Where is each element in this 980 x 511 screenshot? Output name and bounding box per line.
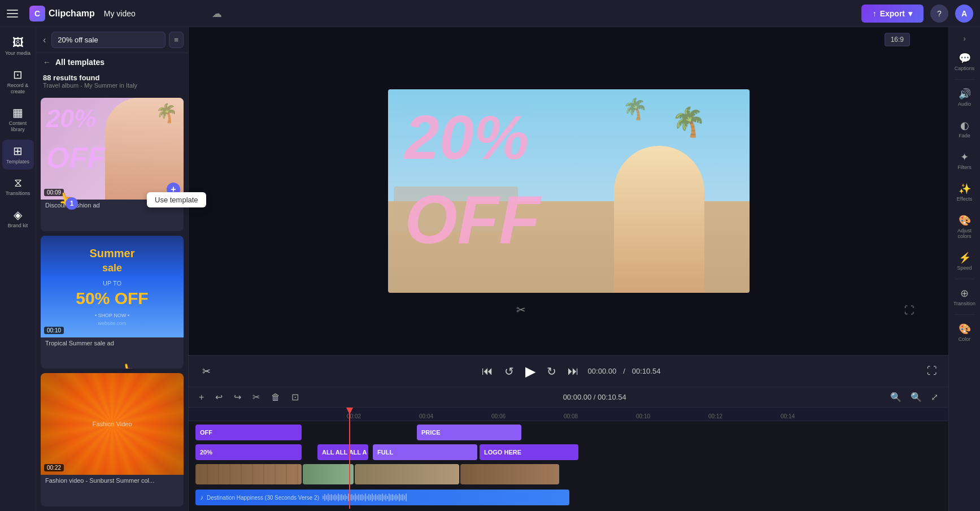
timeline-time-counter: 00:00.00 / 00:10.54 bbox=[563, 393, 626, 401]
video-clip-2[interactable] bbox=[303, 464, 354, 484]
template-thumb-tropical: Summer sale UP TO 50% OFF • SHOP NOW • w… bbox=[41, 236, 184, 337]
clip-full[interactable]: FULL bbox=[373, 444, 477, 460]
sidebar-item-templates[interactable]: ⊞ Templates bbox=[2, 140, 34, 170]
aspect-ratio-badge[interactable]: 16:9 bbox=[885, 34, 910, 44]
right-panel-collapse[interactable]: › bbox=[961, 32, 968, 45]
cursor-pointer-2: 👆 2 bbox=[120, 362, 138, 369]
duration-badge-3: 00:22 bbox=[44, 464, 64, 471]
redo-button[interactable]: ↪ bbox=[230, 390, 245, 404]
search-back-button[interactable]: ‹ bbox=[41, 33, 48, 47]
video-clip-3[interactable] bbox=[355, 464, 459, 484]
ruler-mark-014: 00:14 bbox=[781, 413, 853, 419]
help-button[interactable]: ? bbox=[930, 5, 948, 23]
skip-back-button[interactable]: ⏮ bbox=[480, 362, 495, 380]
export-dropdown-icon: ▾ bbox=[908, 9, 912, 18]
video-clip-4[interactable] bbox=[460, 464, 559, 484]
clip-allall-label: ALL ALL ALL A bbox=[322, 449, 367, 456]
template-card-tropical[interactable]: Summer sale UP TO 50% OFF • SHOP NOW • w… bbox=[41, 236, 184, 369]
sidebar-item-label-your-media: Your media bbox=[5, 50, 31, 57]
all-templates-label: All templates bbox=[55, 58, 104, 67]
skip-forward-button[interactable]: ⏭ bbox=[565, 362, 581, 380]
clip-price[interactable]: PRICE bbox=[417, 425, 521, 440]
audio-clip-1[interactable]: ♪ Destination Happiness (30 Seconds Vers… bbox=[195, 490, 569, 505]
fit-button[interactable]: ⤢ bbox=[927, 390, 942, 404]
sidebar-item-brand-kit[interactable]: ◈ Brand kit bbox=[2, 203, 34, 233]
zoom-in-button[interactable]: 🔍 bbox=[907, 390, 925, 404]
play-pause-button[interactable]: ▶ bbox=[523, 361, 538, 382]
clip-off[interactable]: OFF bbox=[195, 425, 302, 440]
template-label-2: Tropical Summer sale ad bbox=[41, 337, 184, 350]
templates-grid: 🌴 20% OFF 00:09 + Discount fashion ad 👆 … bbox=[36, 93, 188, 511]
effects-label: Effects bbox=[957, 196, 972, 202]
export-button[interactable]: ↑ Export ▾ bbox=[861, 5, 924, 23]
right-item-color[interactable]: 🎨 Color bbox=[950, 317, 979, 348]
results-count: 88 results found bbox=[43, 73, 181, 82]
text-track-row-1: OFF PRICE bbox=[193, 423, 948, 441]
panel-header: ← All templates bbox=[36, 53, 188, 71]
fullscreen-button[interactable]: ⛶ bbox=[927, 365, 937, 377]
add-media-button[interactable]: + bbox=[195, 391, 207, 404]
all-templates-back-button[interactable]: ← bbox=[43, 58, 51, 67]
templates-icon: ⊞ bbox=[13, 144, 23, 158]
right-panel-divider-1 bbox=[955, 79, 975, 80]
rewind-button[interactable]: ↺ bbox=[502, 362, 516, 380]
sidebar-item-label-content: Content library bbox=[5, 120, 32, 133]
video-clip-1[interactable] bbox=[195, 464, 302, 484]
canvas-palm: 🌴 bbox=[671, 106, 706, 138]
filter-button[interactable]: ≡ bbox=[169, 32, 184, 48]
crop-tool-button[interactable]: ✂ bbox=[200, 363, 213, 380]
sidebar-item-record-create[interactable]: ⊡ Record & create bbox=[2, 63, 34, 99]
clip-20[interactable]: 20% bbox=[195, 444, 302, 460]
undo-button[interactable]: ↩ bbox=[212, 390, 226, 404]
templates-panel: ‹ ≡ ← All templates 88 results found Tra… bbox=[36, 27, 189, 511]
canvas-fullscreen-button[interactable]: ⛶ bbox=[904, 305, 914, 317]
record-create-icon: ⊡ bbox=[13, 68, 23, 81]
ruler-mark-010: 00:10 bbox=[636, 413, 708, 419]
clip-allall[interactable]: ALL ALL ALL A bbox=[317, 444, 368, 460]
template-thumb-sunburst: Fashion Video 00:22 bbox=[41, 373, 184, 475]
track-clips-row-1: OFF PRICE bbox=[193, 425, 948, 440]
right-item-filters[interactable]: ✦ Filters bbox=[950, 145, 979, 176]
right-item-effects[interactable]: ✨ Effects bbox=[950, 177, 979, 207]
clip-price-label: PRICE bbox=[421, 429, 441, 436]
forward-button[interactable]: ↻ bbox=[545, 362, 559, 380]
right-item-adjust-colors[interactable]: 🎨 Adjust colors bbox=[950, 209, 979, 245]
sidebar-item-label-record: Record & create bbox=[5, 83, 32, 95]
right-item-captions[interactable]: 💬 Captions bbox=[950, 46, 979, 77]
template-card-sunburst[interactable]: Fashion Video 00:22 Fashion video - Sunb… bbox=[41, 373, 184, 506]
right-item-fade[interactable]: ◐ Fade bbox=[950, 114, 979, 144]
zoom-controls: 🔍 🔍 ⤢ bbox=[887, 390, 942, 404]
topbar-left: C Clipchamp ☁ bbox=[7, 5, 222, 23]
preview-canvas: 16:9 🌴 🌴 20% OFF ✂ bbox=[189, 27, 948, 355]
right-item-audio[interactable]: 🔊 Audio bbox=[950, 82, 979, 112]
delete-button[interactable]: 🗑 bbox=[268, 391, 284, 404]
template-card-fashion-ad[interactable]: 🌴 20% OFF 00:09 + Discount fashion ad 👆 … bbox=[41, 98, 184, 231]
time-total: 00:10.54 bbox=[632, 367, 661, 375]
avatar[interactable]: A bbox=[955, 5, 973, 23]
sidebar-item-content-library[interactable]: ▦ Content library bbox=[2, 101, 34, 137]
ruler-mark-004: 00:04 bbox=[419, 413, 491, 419]
timeline-playhead[interactable] bbox=[349, 408, 350, 509]
more-button[interactable]: ⊡ bbox=[288, 390, 302, 404]
hamburger-menu[interactable] bbox=[7, 5, 25, 23]
audio-icon: 🔊 bbox=[959, 88, 971, 100]
video-title-input[interactable] bbox=[99, 7, 207, 20]
right-item-transition[interactable]: ⊕ Transition bbox=[950, 282, 979, 312]
canvas-magic-button[interactable]: ✂ bbox=[516, 303, 526, 317]
right-panel-divider-3 bbox=[955, 314, 975, 315]
topbar: C Clipchamp ☁ ↑ Export ▾ ? A bbox=[0, 0, 980, 27]
zoom-out-button[interactable]: 🔍 bbox=[887, 390, 905, 404]
right-item-speed[interactable]: ⚡ Speed bbox=[950, 246, 979, 276]
sidebar-item-transitions[interactable]: ⧖ Transitions bbox=[2, 172, 34, 201]
cut-button[interactable]: ✂ bbox=[249, 390, 263, 404]
sidebar-icons: 🖼 Your media ⊡ Record & create ▦ Content… bbox=[0, 27, 36, 511]
video-clips bbox=[193, 464, 948, 484]
sidebar-item-your-media[interactable]: 🖼 Your media bbox=[2, 32, 34, 61]
video-track-row bbox=[193, 463, 948, 486]
timeline-current-time: 00:00.00 / 00:10.54 bbox=[563, 393, 626, 401]
filters-label: Filters bbox=[957, 164, 972, 170]
template-search-input[interactable] bbox=[51, 32, 165, 48]
results-info: 88 results found Travel album - My Summe… bbox=[36, 71, 188, 93]
clip-full-label: FULL bbox=[377, 449, 393, 456]
clip-logo[interactable]: LOGO HERE bbox=[480, 444, 578, 460]
